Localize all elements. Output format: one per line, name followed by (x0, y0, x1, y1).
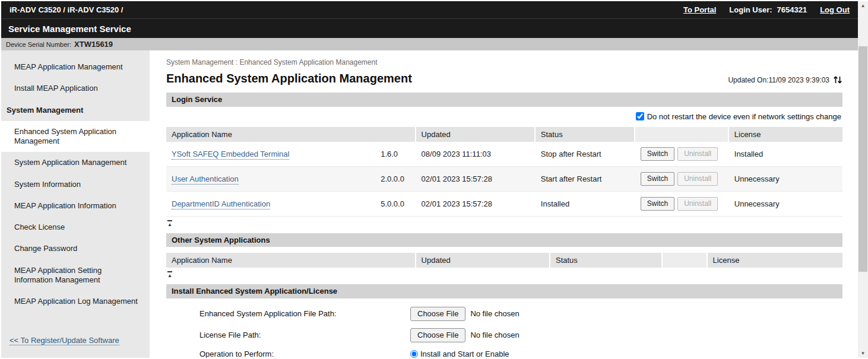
install-form: Enhanced System Application File Path: C… (166, 298, 842, 358)
app-link-departmentid-authentication[interactable]: DepartmentID Authentication (172, 199, 270, 209)
scroll-to-top-icon[interactable]: ▲ (167, 271, 172, 278)
sidebar-item-meap-application-log-management[interactable]: MEAP Application Log Management (1, 291, 150, 312)
no-restart-checkbox[interactable] (636, 112, 644, 120)
app-file-path-label: Enhanced System Application File Path: (199, 309, 410, 318)
operation-option-install-start: Install and Start or Enable (410, 350, 509, 358)
table-row: DepartmentID Authentication 5.0.0.0 02/0… (166, 192, 842, 217)
uninstall-button[interactable]: Uninstall (677, 147, 718, 161)
top-bar: iR-ADV C3520 / iR-ADV C3520 / To Portal … (1, 1, 858, 18)
column-header-license: License (708, 253, 842, 268)
vertical-scrollbar[interactable]: ▲ ▼ (858, 1, 868, 358)
app-license: Installed (729, 142, 842, 167)
scrollbar-up-arrow[interactable]: ▲ (858, 1, 868, 10)
install-and-start-label: Install and Start or Enable (420, 350, 509, 358)
refresh-icon[interactable] (833, 75, 842, 84)
app-license: Unnecessary (729, 167, 842, 192)
scrollbar-down-arrow[interactable]: ▼ (858, 349, 868, 358)
login-service-table-header: Application Name Updated Status License (166, 127, 842, 142)
title-row: Enhanced System Application Management U… (166, 72, 842, 85)
app-license: Unnecessary (729, 192, 842, 217)
service-title-bar: Service Management Service (1, 18, 858, 38)
service-title: Service Management Service (8, 24, 131, 34)
updated-on-text: Updated On:11/09 2023 9:39:03 (728, 76, 829, 84)
app-file-path-row: Enhanced System Application File Path: C… (199, 307, 842, 321)
no-restart-checkbox-row: Do not restart the device even if networ… (166, 112, 841, 121)
no-restart-checkbox-label: Do not restart the device even if networ… (647, 112, 841, 121)
scroll-to-top-icon[interactable]: ▲ (167, 220, 172, 227)
other-system-applications-section-header: Other System Applications (166, 233, 842, 247)
column-header-updated: Updated (416, 127, 536, 142)
switch-button[interactable]: Switch (641, 172, 674, 186)
app-link-ysoft-safeq[interactable]: YSoft SAFEQ Embedded Terminal (172, 150, 289, 160)
uninstall-button[interactable]: Uninstall (677, 197, 718, 211)
sidebar-item-enhanced-system-application-management[interactable]: Enhanced System Application Management (1, 121, 150, 153)
app-status: Stop after Restart (536, 142, 635, 167)
main-content: System Management : Enhanced System Appl… (150, 50, 858, 358)
sidebar-item-meap-application-setting-information-management[interactable]: MEAP Application Setting Information Man… (1, 260, 150, 291)
serial-bar: Device Serial Number: XTW15619 (1, 38, 858, 50)
updated-on-wrap: Updated On:11/09 2023 9:39:03 (728, 75, 842, 85)
sidebar: MEAP Application Management Install MEAP… (1, 50, 150, 358)
breadcrumb: System Management : Enhanced System Appl… (166, 58, 842, 66)
login-user: Login User: 7654321 (729, 5, 807, 14)
install-and-start-radio[interactable] (410, 350, 418, 358)
column-header-license: License (729, 127, 842, 142)
operation-to-perform-label: Operation to Perform: (199, 350, 410, 358)
page: iR-ADV C3520 / iR-ADV C3520 / To Portal … (0, 0, 868, 359)
scrollbar-thumb[interactable] (859, 46, 867, 272)
license-file-input: Choose File No file chosen (410, 328, 519, 342)
app-file-input: Choose File No file chosen (410, 307, 519, 321)
column-header-status: Status (550, 253, 663, 268)
uninstall-button[interactable]: Uninstall (677, 172, 718, 186)
column-header-application-name: Application Name (166, 253, 416, 268)
other-apps-table-header: Application Name Updated Status License (166, 253, 842, 268)
to-portal-link[interactable]: To Portal (683, 5, 716, 14)
no-file-chosen-text: No file chosen (470, 309, 519, 318)
login-service-section-header: Login Service (166, 93, 842, 107)
login-service-table: Application Name Updated Status License … (166, 127, 842, 217)
sidebar-item-system-information[interactable]: System Information (1, 174, 150, 195)
no-file-chosen-text: No file chosen (470, 331, 519, 339)
column-header-updated: Updated (416, 253, 550, 268)
sidebar-item-install-meap-application[interactable]: Install MEAP Application (1, 78, 150, 99)
app-link-user-authentication[interactable]: User Authentication (172, 174, 239, 185)
sidebar-item-check-license[interactable]: Check License (1, 217, 150, 238)
column-header-actions (635, 127, 729, 142)
logout-link[interactable]: Log Out (820, 5, 850, 14)
register-update-software-link[interactable]: << To Register/Update Software (9, 336, 119, 345)
app-status: Installed (536, 192, 635, 217)
device-path: iR-ADV C3520 / iR-ADV C3520 / (9, 5, 123, 14)
page-title: Enhanced System Application Management (166, 72, 412, 85)
operation-radio-group: Install and Start or Enable Only Install (410, 350, 509, 358)
choose-file-button[interactable]: Choose File (410, 307, 465, 321)
sidebar-item-meap-application-management[interactable]: MEAP Application Management (1, 56, 150, 78)
layout: MEAP Application Management Install MEAP… (1, 50, 858, 358)
column-header-status: Status (536, 127, 635, 142)
switch-button[interactable]: Switch (641, 147, 674, 161)
sidebar-item-change-password[interactable]: Change Password (1, 238, 150, 259)
column-header-actions (663, 253, 707, 268)
login-user-label: Login User: (729, 5, 772, 14)
app-updated: 08/09 2023 11:11:03 (416, 142, 536, 167)
top-bar-right: To Portal Login User: 7654321 Log Out (683, 5, 850, 14)
sidebar-item-system-application-management[interactable]: System Application Management (1, 152, 150, 173)
app-status: Start after Restart (536, 167, 635, 192)
app-updated: 02/01 2023 15:57:28 (416, 192, 536, 217)
choose-file-button[interactable]: Choose File (410, 328, 465, 342)
operation-to-perform-row: Operation to Perform: Install and Start … (199, 350, 842, 358)
other-system-applications-table: Application Name Updated Status License (166, 253, 842, 268)
table-row: User Authentication 2.0.0.0 02/01 2023 1… (166, 167, 842, 192)
license-file-path-label: License File Path: (199, 331, 410, 339)
serial-label: Device Serial Number: (6, 41, 71, 48)
switch-button[interactable]: Switch (641, 197, 674, 211)
page-main: iR-ADV C3520 / iR-ADV C3520 / To Portal … (1, 1, 858, 358)
table-row: YSoft SAFEQ Embedded Terminal 1.6.0 08/0… (166, 142, 842, 167)
register-update-software-row: << To Register/Update Software (1, 330, 150, 351)
serial-value: XTW15619 (74, 40, 113, 49)
app-version: 2.0.0.0 (375, 167, 416, 192)
column-header-application-name: Application Name (166, 127, 416, 142)
app-version: 5.0.0.0 (375, 192, 416, 217)
install-section-header: Install Enhanced System Application/Lice… (166, 284, 842, 298)
sidebar-item-meap-application-information[interactable]: MEAP Application Information (1, 195, 150, 217)
app-version: 1.6.0 (375, 142, 416, 167)
